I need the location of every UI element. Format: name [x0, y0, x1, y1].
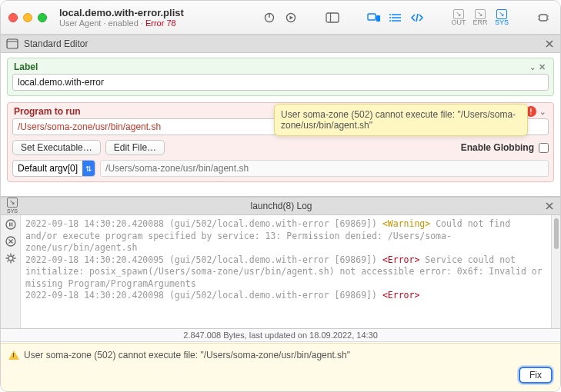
- svg-point-32: [8, 256, 13, 261]
- toolbar-left-group: [260, 9, 300, 26]
- window-traffic-lights: [8, 13, 47, 22]
- sys-log-button[interactable]: ↘SYS: [493, 9, 511, 26]
- svg-point-13: [389, 20, 391, 22]
- toolbar-view-group: [365, 9, 426, 26]
- subtitle-kind: User Agent: [59, 18, 101, 28]
- argv-select-knob-icon: ⇅: [82, 161, 95, 176]
- warning-icon: [8, 350, 19, 360]
- panels-icon[interactable]: [323, 9, 342, 26]
- sys-label: SYS: [495, 18, 509, 26]
- close-window-button[interactable]: [8, 13, 18, 22]
- out-label: OUT: [452, 18, 466, 26]
- out-log-button[interactable]: ↘OUT: [449, 9, 468, 26]
- close-log-button[interactable]: [543, 200, 556, 212]
- error-tooltip: User soma-zone (502) cannot execute file…: [274, 104, 528, 136]
- label-group-title: Label: [14, 61, 38, 72]
- label-input[interactable]: [12, 74, 549, 91]
- program-group-title: Program to run: [14, 106, 81, 117]
- subtitle-error: Error 78: [145, 18, 176, 28]
- log-text[interactable]: 2022-09-18 14:30:20.420088 (gui/502/loca…: [21, 215, 551, 328]
- argv-select[interactable]: Default argv[0] ⇅: [12, 160, 95, 177]
- edit-file-button[interactable]: Edit File…: [105, 140, 165, 155]
- svg-point-12: [389, 17, 391, 18]
- fix-button[interactable]: Fix: [519, 367, 553, 384]
- log-pause-button[interactable]: [5, 218, 17, 231]
- devices-icon[interactable]: [365, 9, 383, 26]
- toolbar-log-group: ↘OUT ↘ERR ↘SYS: [449, 9, 511, 26]
- set-executable-button[interactable]: Set Executable…: [12, 140, 101, 155]
- err-label: ERR: [473, 18, 487, 26]
- log-scrollbar[interactable]: [551, 215, 560, 328]
- log-gutter: [1, 215, 21, 328]
- svg-point-26: [6, 220, 15, 229]
- label-collapse-button[interactable]: ⌄: [528, 63, 537, 71]
- list-icon[interactable]: [386, 9, 405, 26]
- log-title: launchd(8) Log: [250, 201, 312, 211]
- close-editor-button[interactable]: [543, 38, 556, 50]
- sys-log-icon: ↘SYS: [5, 200, 19, 212]
- standard-editor-header: Standard Editor: [1, 35, 560, 53]
- subtitle-state: enabled: [109, 18, 139, 28]
- svg-rect-4: [326, 13, 339, 22]
- footer-notice: User soma-zone (502) cannot execute file…: [1, 343, 560, 391]
- svg-point-11: [389, 14, 391, 15]
- svg-line-14: [416, 14, 418, 22]
- log-header: ↘SYS launchd(8) Log: [1, 197, 560, 215]
- code-icon[interactable]: [408, 9, 426, 26]
- svg-rect-6: [368, 14, 376, 20]
- window-subtitle: User Agent · enabled · Error 78: [59, 18, 184, 28]
- play-icon[interactable]: [282, 9, 300, 26]
- svg-line-38: [12, 261, 14, 262]
- log-status: 2.847.008 Bytes, last updated on 18.09.2…: [1, 329, 560, 342]
- svg-rect-20: [7, 39, 18, 48]
- svg-rect-7: [376, 15, 380, 22]
- err-log-button[interactable]: ↘ERR: [471, 9, 489, 26]
- svg-marker-3: [290, 15, 294, 19]
- enable-globbing-checkbox[interactable]: [539, 143, 549, 153]
- argv-select-label: Default argv[0]: [13, 161, 82, 175]
- zoom-window-button[interactable]: [38, 13, 47, 22]
- svg-line-37: [7, 255, 8, 257]
- svg-rect-28: [11, 223, 12, 227]
- chip-icon[interactable]: [534, 9, 553, 26]
- editor-icon: [5, 38, 19, 50]
- svg-line-39: [12, 255, 14, 257]
- program-group: User soma-zone (502) cannot execute file…: [7, 102, 554, 182]
- label-remove-button[interactable]: ✕: [537, 62, 547, 72]
- enable-globbing-label: Enable Globbing: [461, 142, 534, 153]
- log-clear-button[interactable]: [5, 235, 17, 247]
- log-settings-button[interactable]: [5, 252, 17, 264]
- minimize-window-button[interactable]: [23, 13, 32, 22]
- svg-rect-27: [9, 223, 11, 227]
- argv-input[interactable]: [100, 160, 549, 177]
- editor-title: Standard Editor: [24, 38, 88, 49]
- window-filename: local.demo.with-error.plist: [59, 7, 184, 18]
- svg-line-40: [7, 261, 8, 262]
- window-title: local.demo.with-error.plist User Agent ·…: [59, 7, 184, 28]
- program-collapse-button[interactable]: ⌄: [538, 108, 547, 116]
- titlebar: local.demo.with-error.plist User Agent ·…: [1, 1, 560, 35]
- footer-message: User soma-zone (502) cannot execute file…: [24, 350, 350, 360]
- log-panel: 2022-09-18 14:30:20.420088 (gui/502/loca…: [1, 215, 560, 342]
- label-group: Label ⌄ ✕: [7, 58, 554, 96]
- svg-rect-15: [539, 15, 547, 21]
- editor-body: Label ⌄ ✕ User soma-zone (502) cannot ex…: [1, 53, 560, 197]
- power-icon[interactable]: [260, 9, 279, 26]
